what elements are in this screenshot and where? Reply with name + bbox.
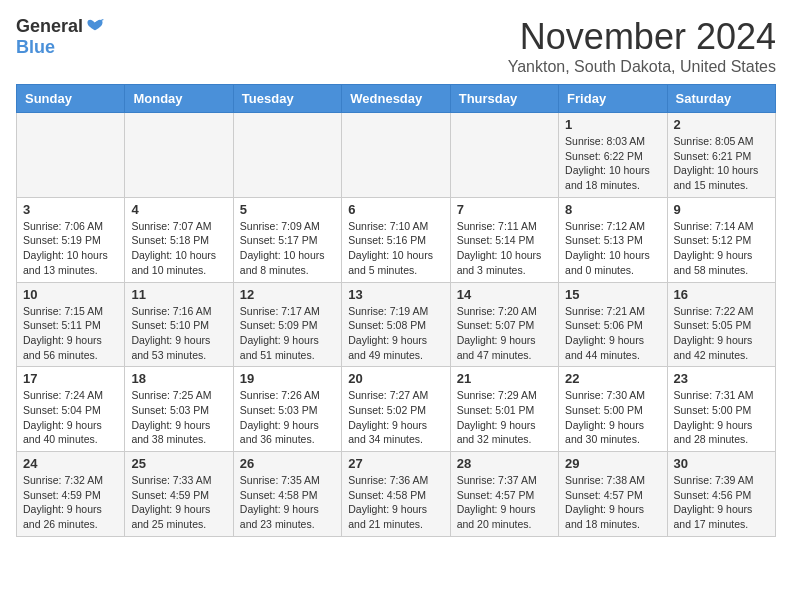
day-info: Sunrise: 7:12 AMSunset: 5:13 PMDaylight:…	[565, 219, 660, 278]
day-info: Sunrise: 7:15 AMSunset: 5:11 PMDaylight:…	[23, 304, 118, 363]
title-section: November 2024 Yankton, South Dakota, Uni…	[508, 16, 776, 76]
calendar-cell: 10Sunrise: 7:15 AMSunset: 5:11 PMDayligh…	[17, 282, 125, 367]
calendar-table: SundayMondayTuesdayWednesdayThursdayFrid…	[16, 84, 776, 537]
day-info: Sunrise: 7:31 AMSunset: 5:00 PMDaylight:…	[674, 388, 769, 447]
calendar-cell: 6Sunrise: 7:10 AMSunset: 5:16 PMDaylight…	[342, 197, 450, 282]
calendar-cell: 20Sunrise: 7:27 AMSunset: 5:02 PMDayligh…	[342, 367, 450, 452]
day-number: 1	[565, 117, 660, 132]
calendar-cell	[450, 113, 558, 198]
location-subtitle: Yankton, South Dakota, United States	[508, 58, 776, 76]
calendar-cell: 12Sunrise: 7:17 AMSunset: 5:09 PMDayligh…	[233, 282, 341, 367]
calendar-cell: 7Sunrise: 7:11 AMSunset: 5:14 PMDaylight…	[450, 197, 558, 282]
day-number: 10	[23, 287, 118, 302]
day-info: Sunrise: 7:07 AMSunset: 5:18 PMDaylight:…	[131, 219, 226, 278]
day-number: 5	[240, 202, 335, 217]
calendar-cell: 22Sunrise: 7:30 AMSunset: 5:00 PMDayligh…	[559, 367, 667, 452]
day-info: Sunrise: 7:21 AMSunset: 5:06 PMDaylight:…	[565, 304, 660, 363]
calendar-week-2: 3Sunrise: 7:06 AMSunset: 5:19 PMDaylight…	[17, 197, 776, 282]
day-info: Sunrise: 7:26 AMSunset: 5:03 PMDaylight:…	[240, 388, 335, 447]
day-info: Sunrise: 7:24 AMSunset: 5:04 PMDaylight:…	[23, 388, 118, 447]
weekday-header-saturday: Saturday	[667, 85, 775, 113]
calendar-week-3: 10Sunrise: 7:15 AMSunset: 5:11 PMDayligh…	[17, 282, 776, 367]
calendar-cell: 16Sunrise: 7:22 AMSunset: 5:05 PMDayligh…	[667, 282, 775, 367]
calendar-cell: 19Sunrise: 7:26 AMSunset: 5:03 PMDayligh…	[233, 367, 341, 452]
day-info: Sunrise: 7:35 AMSunset: 4:58 PMDaylight:…	[240, 473, 335, 532]
logo-blue-text: Blue	[16, 37, 55, 58]
day-number: 30	[674, 456, 769, 471]
logo-general-text: General	[16, 16, 83, 37]
calendar-cell	[17, 113, 125, 198]
day-info: Sunrise: 8:03 AMSunset: 6:22 PMDaylight:…	[565, 134, 660, 193]
logo-bird-icon	[85, 17, 105, 37]
day-info: Sunrise: 7:27 AMSunset: 5:02 PMDaylight:…	[348, 388, 443, 447]
calendar-cell: 9Sunrise: 7:14 AMSunset: 5:12 PMDaylight…	[667, 197, 775, 282]
day-number: 11	[131, 287, 226, 302]
calendar-cell: 2Sunrise: 8:05 AMSunset: 6:21 PMDaylight…	[667, 113, 775, 198]
day-number: 7	[457, 202, 552, 217]
day-number: 21	[457, 371, 552, 386]
month-title: November 2024	[508, 16, 776, 58]
calendar-cell: 14Sunrise: 7:20 AMSunset: 5:07 PMDayligh…	[450, 282, 558, 367]
weekday-header-wednesday: Wednesday	[342, 85, 450, 113]
day-info: Sunrise: 7:20 AMSunset: 5:07 PMDaylight:…	[457, 304, 552, 363]
calendar-cell: 27Sunrise: 7:36 AMSunset: 4:58 PMDayligh…	[342, 452, 450, 537]
logo: General Blue	[16, 16, 105, 58]
day-number: 6	[348, 202, 443, 217]
calendar-cell: 30Sunrise: 7:39 AMSunset: 4:56 PMDayligh…	[667, 452, 775, 537]
day-info: Sunrise: 7:25 AMSunset: 5:03 PMDaylight:…	[131, 388, 226, 447]
calendar-cell: 25Sunrise: 7:33 AMSunset: 4:59 PMDayligh…	[125, 452, 233, 537]
calendar-cell	[233, 113, 341, 198]
day-info: Sunrise: 7:09 AMSunset: 5:17 PMDaylight:…	[240, 219, 335, 278]
calendar-cell: 5Sunrise: 7:09 AMSunset: 5:17 PMDaylight…	[233, 197, 341, 282]
day-number: 24	[23, 456, 118, 471]
day-info: Sunrise: 7:29 AMSunset: 5:01 PMDaylight:…	[457, 388, 552, 447]
day-number: 22	[565, 371, 660, 386]
weekday-header-monday: Monday	[125, 85, 233, 113]
calendar-cell: 4Sunrise: 7:07 AMSunset: 5:18 PMDaylight…	[125, 197, 233, 282]
day-info: Sunrise: 7:30 AMSunset: 5:00 PMDaylight:…	[565, 388, 660, 447]
day-info: Sunrise: 7:37 AMSunset: 4:57 PMDaylight:…	[457, 473, 552, 532]
calendar-cell: 1Sunrise: 8:03 AMSunset: 6:22 PMDaylight…	[559, 113, 667, 198]
calendar-cell: 13Sunrise: 7:19 AMSunset: 5:08 PMDayligh…	[342, 282, 450, 367]
day-number: 9	[674, 202, 769, 217]
day-number: 28	[457, 456, 552, 471]
calendar-cell	[342, 113, 450, 198]
calendar-cell: 21Sunrise: 7:29 AMSunset: 5:01 PMDayligh…	[450, 367, 558, 452]
day-number: 14	[457, 287, 552, 302]
day-info: Sunrise: 7:38 AMSunset: 4:57 PMDaylight:…	[565, 473, 660, 532]
day-number: 13	[348, 287, 443, 302]
calendar-cell: 23Sunrise: 7:31 AMSunset: 5:00 PMDayligh…	[667, 367, 775, 452]
day-number: 29	[565, 456, 660, 471]
calendar-cell: 15Sunrise: 7:21 AMSunset: 5:06 PMDayligh…	[559, 282, 667, 367]
calendar-week-5: 24Sunrise: 7:32 AMSunset: 4:59 PMDayligh…	[17, 452, 776, 537]
day-number: 26	[240, 456, 335, 471]
day-info: Sunrise: 7:22 AMSunset: 5:05 PMDaylight:…	[674, 304, 769, 363]
calendar-cell	[125, 113, 233, 198]
page-header: General Blue November 2024 Yankton, Sout…	[16, 16, 776, 76]
calendar-cell: 11Sunrise: 7:16 AMSunset: 5:10 PMDayligh…	[125, 282, 233, 367]
weekday-header-tuesday: Tuesday	[233, 85, 341, 113]
day-info: Sunrise: 7:19 AMSunset: 5:08 PMDaylight:…	[348, 304, 443, 363]
calendar-cell: 3Sunrise: 7:06 AMSunset: 5:19 PMDaylight…	[17, 197, 125, 282]
day-number: 15	[565, 287, 660, 302]
calendar-cell: 28Sunrise: 7:37 AMSunset: 4:57 PMDayligh…	[450, 452, 558, 537]
calendar-cell: 29Sunrise: 7:38 AMSunset: 4:57 PMDayligh…	[559, 452, 667, 537]
calendar-week-1: 1Sunrise: 8:03 AMSunset: 6:22 PMDaylight…	[17, 113, 776, 198]
day-number: 12	[240, 287, 335, 302]
day-info: Sunrise: 7:11 AMSunset: 5:14 PMDaylight:…	[457, 219, 552, 278]
weekday-header-sunday: Sunday	[17, 85, 125, 113]
day-info: Sunrise: 8:05 AMSunset: 6:21 PMDaylight:…	[674, 134, 769, 193]
day-number: 8	[565, 202, 660, 217]
day-number: 20	[348, 371, 443, 386]
day-number: 19	[240, 371, 335, 386]
day-number: 3	[23, 202, 118, 217]
weekday-header-thursday: Thursday	[450, 85, 558, 113]
calendar-cell: 18Sunrise: 7:25 AMSunset: 5:03 PMDayligh…	[125, 367, 233, 452]
day-info: Sunrise: 7:39 AMSunset: 4:56 PMDaylight:…	[674, 473, 769, 532]
day-number: 18	[131, 371, 226, 386]
day-info: Sunrise: 7:10 AMSunset: 5:16 PMDaylight:…	[348, 219, 443, 278]
weekday-header-row: SundayMondayTuesdayWednesdayThursdayFrid…	[17, 85, 776, 113]
day-info: Sunrise: 7:06 AMSunset: 5:19 PMDaylight:…	[23, 219, 118, 278]
calendar-cell: 24Sunrise: 7:32 AMSunset: 4:59 PMDayligh…	[17, 452, 125, 537]
day-info: Sunrise: 7:36 AMSunset: 4:58 PMDaylight:…	[348, 473, 443, 532]
